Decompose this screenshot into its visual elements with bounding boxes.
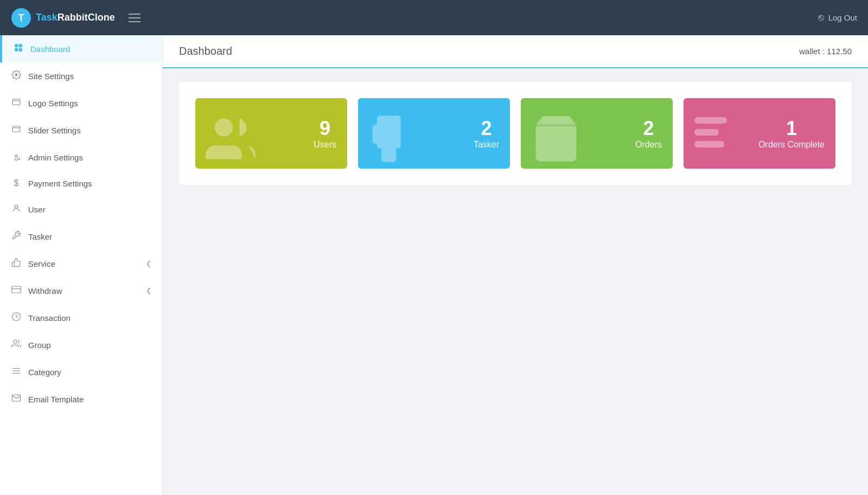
orders-label: Orders (635, 140, 662, 150)
category-icon (11, 366, 22, 378)
svg-point-11 (15, 205, 18, 208)
sidebar-item-logo-settings[interactable]: Logo Settings (0, 89, 162, 117)
logo-settings-icon (11, 97, 22, 109)
logo-task: Task (36, 12, 58, 23)
top-nav: T TaskRabbitClone ⎋ Log Out (0, 0, 868, 35)
tasker-stat-text: 2 Tasker (474, 117, 499, 150)
svg-point-15 (14, 340, 17, 343)
tasker-bg-icon (366, 112, 420, 166)
stats-cards: 9 Users 2 Tasker (179, 82, 852, 185)
sidebar-label-service: Service (28, 259, 55, 268)
users-stat-text: 9 Users (314, 117, 336, 150)
logout-button[interactable]: ⎋ Log Out (818, 12, 857, 23)
tasker-icon (11, 230, 22, 242)
user-icon (11, 203, 22, 215)
transaction-icon (11, 312, 22, 324)
email-template-icon (11, 393, 22, 405)
sidebar-label-site-settings: Site Settings (28, 72, 74, 81)
stat-card-users: 9 Users (195, 98, 347, 169)
sidebar-item-group[interactable]: Group (0, 331, 162, 358)
tasker-label: Tasker (474, 140, 499, 150)
slider-settings-icon (11, 124, 22, 136)
tasker-count: 2 (474, 117, 499, 140)
sidebar-label-email-template: Email Template (28, 395, 84, 404)
svg-rect-20 (378, 116, 400, 147)
group-icon (11, 339, 22, 351)
payment-settings-icon: $ (11, 178, 22, 188)
sidebar-item-site-settings[interactable]: Site Settings (0, 62, 162, 89)
sidebar-label-group: Group (28, 340, 51, 350)
sidebar-item-category[interactable]: Category (0, 358, 162, 385)
dashboard-icon (13, 43, 24, 55)
logo-rabbit: RabbitClone (58, 12, 115, 23)
orders-count: 2 (635, 117, 662, 140)
main-header: Dashboard wallet : 112.50 (163, 35, 868, 68)
main-content-area: Dashboard wallet : 112.50 9 Users (163, 35, 868, 495)
svg-rect-21 (382, 148, 395, 162)
sidebar-item-tasker[interactable]: Tasker (0, 223, 162, 250)
logo-text: TaskRabbitClone (36, 12, 115, 23)
users-count: 9 (314, 117, 336, 140)
svg-rect-12 (12, 286, 21, 293)
orders-complete-bg-icon (694, 117, 727, 150)
sidebar-item-transaction[interactable]: Transaction (0, 304, 162, 331)
sidebar-item-admin-settings[interactable]: Admin Settings (0, 144, 162, 171)
layout: Dashboard Site Settings Logo Settings Sl… (0, 35, 868, 495)
hamburger-line-2 (129, 17, 141, 18)
wallet-info: wallet : 112.50 (799, 47, 852, 56)
logout-icon: ⎋ (818, 12, 824, 23)
withdraw-icon (11, 285, 22, 297)
main-content: 9 Users 2 Tasker (163, 68, 868, 198)
logo: T TaskRabbitClone (11, 8, 115, 28)
hamburger-line-1 (129, 14, 141, 15)
svg-point-10 (15, 155, 18, 158)
hamburger-menu[interactable] (126, 11, 143, 25)
stat-card-orders-complete: 1 Orders Complete (684, 98, 835, 169)
sidebar-item-withdraw[interactable]: Withdraw ❮ (0, 277, 162, 304)
sidebar-label-transaction: Transaction (28, 313, 71, 323)
sidebar-label-category: Category (28, 368, 61, 377)
svg-rect-5 (19, 48, 22, 52)
svg-rect-8 (12, 126, 20, 132)
topnav-left: T TaskRabbitClone (11, 8, 143, 28)
svg-rect-6 (12, 99, 20, 105)
sidebar-label-slider-settings: Slider Settings (28, 126, 81, 135)
stat-card-tasker: 2 Tasker (358, 98, 510, 169)
svg-rect-3 (19, 44, 22, 47)
page-title: Dashboard (179, 45, 232, 57)
withdraw-chevron: ❮ (146, 287, 151, 294)
sidebar: Dashboard Site Settings Logo Settings Sl… (0, 35, 163, 495)
svg-point-19 (215, 119, 233, 137)
svg-rect-4 (15, 48, 18, 52)
logo-icon: T (11, 8, 31, 28)
stat-card-orders: 2 Orders (521, 98, 673, 169)
svg-rect-22 (373, 125, 380, 143)
sidebar-label-tasker: Tasker (28, 232, 52, 241)
sidebar-item-service[interactable]: Service ❮ (0, 250, 162, 277)
sidebar-item-slider-settings[interactable]: Slider Settings (0, 117, 162, 144)
svg-rect-2 (15, 44, 18, 47)
complete-count: 1 (758, 117, 825, 140)
orders-bg-icon (529, 112, 583, 166)
users-bg-icon (203, 112, 258, 166)
svg-text:T: T (18, 12, 24, 23)
complete-label: Orders Complete (758, 140, 825, 150)
sidebar-item-dashboard[interactable]: Dashboard (0, 35, 162, 62)
hamburger-line-3 (129, 21, 141, 22)
logout-label: Log Out (828, 13, 857, 22)
sidebar-item-email-template[interactable]: Email Template (0, 385, 162, 413)
sidebar-label-logo-settings: Logo Settings (28, 99, 78, 108)
complete-stat-text: 1 Orders Complete (758, 117, 825, 150)
admin-settings-icon (11, 151, 22, 163)
sidebar-label-admin-settings: Admin Settings (28, 153, 83, 162)
sidebar-item-user[interactable]: User (0, 196, 162, 223)
sidebar-label-payment-settings: Payment Settings (28, 179, 92, 188)
sidebar-label-withdraw: Withdraw (28, 286, 62, 295)
orders-stat-text: 2 Orders (635, 117, 662, 150)
sidebar-item-payment-settings[interactable]: $ Payment Settings (0, 171, 162, 196)
site-settings-icon (11, 70, 22, 82)
service-icon (11, 258, 22, 269)
sidebar-label-dashboard: Dashboard (30, 44, 70, 54)
sidebar-label-user: User (28, 205, 46, 214)
users-label: Users (314, 140, 336, 150)
